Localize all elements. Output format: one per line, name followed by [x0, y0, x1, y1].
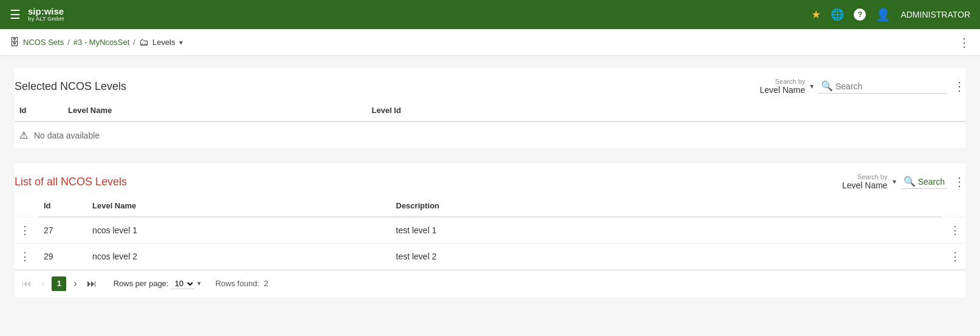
all-search-icon: 🔍	[903, 176, 916, 187]
breadcrumb-sep1: /	[67, 38, 70, 47]
rows-per-page-dropdown-icon: ▾	[197, 279, 201, 287]
page-first-button[interactable]: ⏮	[19, 277, 34, 290]
selected-col-levelname: Level Name	[63, 100, 367, 122]
all-section-title: List of all NCOS Levels	[15, 176, 127, 188]
selected-section: Selected NCOS Levels Search by Level Nam…	[15, 68, 965, 149]
row-description: test level 1	[391, 217, 941, 243]
row-more-cell: ⋮	[941, 243, 965, 269]
selected-search-by-value: Level Name	[760, 85, 805, 95]
row-actions-icon[interactable]: ⋮	[19, 224, 30, 236]
logo-sub: by ALT GmbH	[28, 16, 64, 22]
all-more-icon[interactable]: ⋮	[953, 174, 965, 189]
selected-table-header-row: Id Level Name Level Id	[15, 100, 965, 122]
all-table: Id Level Name Description ⋮ 27 ncos leve…	[15, 195, 965, 270]
rows-per-page-select[interactable]: 10 25 50	[171, 278, 195, 289]
all-search-by-small: Search by	[857, 173, 888, 180]
topbar-left: ☰ sip:wise by ALT GmbH	[10, 7, 64, 22]
rows-per-page-label: Rows per page:	[114, 279, 169, 288]
selected-more-icon[interactable]: ⋮	[953, 79, 965, 94]
all-search-by-value: Level Name	[842, 180, 888, 190]
table-row: ⋮ 27 ncos level 1 test level 1 ⋮	[15, 217, 965, 243]
account-icon[interactable]: 👤	[876, 7, 891, 22]
selected-search-input[interactable]	[835, 81, 945, 91]
page-prev-button[interactable]: ‹	[39, 277, 47, 290]
levels-icon: 🗂	[139, 37, 149, 48]
all-section-header: List of all NCOS Levels Search by Level …	[15, 163, 965, 195]
selected-no-data-cell: ⚠ No data available	[15, 122, 965, 149]
rows-found-value: 2	[264, 279, 268, 288]
hamburger-menu-icon[interactable]: ☰	[10, 7, 21, 22]
breadcrumb-levels: Levels	[152, 38, 175, 47]
globe-icon[interactable]: 🌐	[831, 8, 844, 21]
all-col-id: Id	[39, 195, 87, 217]
breadcrumb-ncos-set[interactable]: #3 - MyNcosSet	[73, 38, 129, 47]
logo-main: sip:wise	[28, 7, 64, 17]
breadcrumb: 🗄 NCOS Sets / #3 - MyNcosSet / 🗂 Levels …	[10, 37, 183, 48]
all-search-area: Search by Level Name ▾ 🔍 Search	[842, 173, 947, 190]
logo: sip:wise by ALT GmbH	[28, 7, 64, 22]
rows-found: Rows found: 2	[216, 279, 268, 288]
selected-col-levelid: Level Id	[367, 100, 965, 122]
page-last-button[interactable]: ⏭	[84, 277, 99, 290]
row-level-name: ncos level 2	[87, 243, 391, 269]
breadcrumb-more-icon[interactable]: ⋮	[958, 35, 970, 50]
selected-col-id: Id	[15, 100, 63, 122]
table-row: ⋮ 29 ncos level 2 test level 2 ⋮	[15, 243, 965, 269]
main-content: Selected NCOS Levels Search by Level Nam…	[0, 56, 980, 309]
selected-no-data-message: No data available	[34, 131, 100, 140]
all-col-more-header	[941, 195, 965, 217]
all-search-link[interactable]: Search	[918, 177, 945, 187]
row-menu-cell: ⋮	[15, 217, 39, 243]
all-col-description: Description	[391, 195, 941, 217]
all-section: List of all NCOS Levels Search by Level …	[15, 163, 965, 297]
row-id: 27	[39, 217, 87, 243]
all-search-input-wrapper: 🔍 Search	[901, 174, 947, 189]
breadcrumb-dropdown-arrow[interactable]: ▾	[179, 38, 183, 47]
row-menu-cell: ⋮	[15, 243, 39, 269]
breadcrumb-ncos-sets[interactable]: NCOS Sets	[23, 38, 64, 47]
selected-search-icon: 🔍	[821, 80, 833, 92]
topbar-right: ★ 🌐 ? 👤 ADMINISTRATOR	[811, 7, 970, 22]
selected-section-header: Selected NCOS Levels Search by Level Nam…	[15, 68, 965, 100]
row-id: 29	[39, 243, 87, 269]
ncos-sets-icon: 🗄	[10, 37, 19, 48]
all-table-header-row: Id Level Name Description	[15, 195, 965, 217]
row-more-cell: ⋮	[941, 217, 965, 243]
rows-per-page-group: Rows per page: 10 25 50 ▾	[114, 278, 201, 289]
star-icon[interactable]: ★	[811, 8, 821, 21]
page-current: 1	[52, 276, 66, 291]
selected-search-input-wrapper: 🔍	[818, 79, 947, 94]
page-next-button[interactable]: ›	[71, 277, 79, 290]
breadcrumb-bar: 🗄 NCOS Sets / #3 - MyNcosSet / 🗂 Levels …	[0, 29, 980, 56]
admin-label: ADMINISTRATOR	[900, 10, 970, 19]
row-more-icon[interactable]: ⋮	[950, 250, 961, 262]
rows-found-label: Rows found:	[216, 279, 259, 288]
breadcrumb-sep2: /	[133, 38, 135, 47]
row-description: test level 2	[391, 243, 941, 269]
selected-table: Id Level Name Level Id ⚠ No data availab…	[15, 100, 965, 149]
selected-search-by-label: Search by Level Name	[760, 78, 805, 95]
pagination-bar: ⏮ ‹ 1 › ⏭ Rows per page: 10 25 50 ▾ Rows…	[15, 270, 965, 297]
selected-section-title: Selected NCOS Levels	[15, 80, 126, 93]
row-actions-icon[interactable]: ⋮	[19, 250, 30, 262]
selected-search-by-small: Search by	[775, 78, 805, 85]
help-icon[interactable]: ?	[854, 9, 866, 21]
all-search-dropdown-arrow[interactable]: ▾	[893, 177, 896, 186]
all-col-actions-header	[15, 195, 39, 217]
all-search-by-label: Search by Level Name	[842, 173, 888, 190]
row-more-icon[interactable]: ⋮	[950, 224, 961, 236]
row-level-name: ncos level 1	[87, 217, 391, 243]
warning-icon: ⚠	[19, 130, 28, 140]
topbar: ☰ sip:wise by ALT GmbH ★ 🌐 ? 👤 ADMINISTR…	[0, 0, 980, 29]
selected-no-data-row: ⚠ No data available	[15, 122, 965, 149]
all-col-levelname: Level Name	[87, 195, 391, 217]
selected-search-dropdown-arrow[interactable]: ▾	[810, 82, 814, 91]
selected-search-area: Search by Level Name ▾ 🔍	[760, 78, 947, 95]
